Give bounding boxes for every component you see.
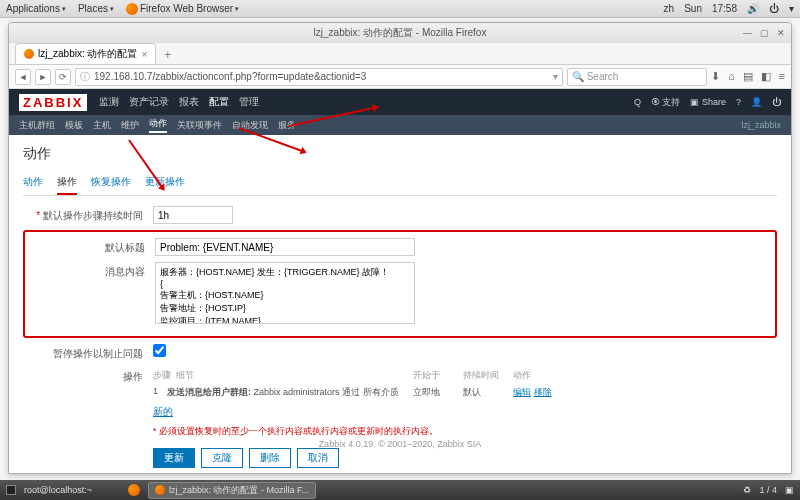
tab-close-icon[interactable]: × — [141, 49, 147, 60]
library-icon[interactable]: ▤ — [743, 70, 753, 83]
update-button[interactable]: 更新 — [153, 448, 195, 468]
browser-tab[interactable]: lzj_zabbix: 动作的配置 × — [15, 43, 156, 64]
sub-correlation[interactable]: 关联项事件 — [177, 119, 222, 132]
zabbix-header: ZABBIX 监测 资产记录 报表 配置 管理 Q ⦿ 支持 ▣ Share ?… — [9, 89, 791, 115]
site-info-icon[interactable]: ⓘ — [80, 70, 90, 84]
menu-monitoring[interactable]: 监测 — [99, 95, 119, 109]
op-duration: 默认 — [463, 386, 513, 399]
tab-favicon — [24, 49, 34, 59]
op-text-b: Zabbix administrators 通过 所有介质 — [254, 387, 399, 397]
url-bar[interactable]: ⓘ 192.168.10.7/zabbix/actionconf.php?for… — [75, 68, 563, 86]
step-duration-label: 默认操作步骤持续时间 — [23, 206, 153, 223]
sub-discovery[interactable]: 自动发现 — [232, 119, 268, 132]
cancel-button[interactable]: 取消 — [297, 448, 339, 468]
clock-day: Sun — [684, 3, 702, 14]
operations-table: 步骤 细节 开始于 持续时间 动作 1 发送消息给用户群组: Zabbix ad… — [153, 367, 777, 401]
terminal-icon[interactable] — [6, 485, 16, 495]
op-num: 1 — [153, 386, 167, 399]
lang-indicator[interactable]: zh — [664, 3, 675, 14]
url-dropdown-icon[interactable]: ▾ — [553, 71, 558, 82]
new-tab-button[interactable]: + — [160, 46, 175, 64]
highlighted-region: 默认标题 消息内容 服务器：{HOST.NAME} 发生：{TRIGGER.NA… — [23, 230, 777, 338]
sidebar-icon[interactable]: ◧ — [761, 70, 771, 83]
desktop-top-bar: Applications ▾ Places ▾ Firefox Web Brow… — [0, 0, 800, 18]
search-icon: 🔍 — [572, 71, 584, 82]
logout-icon[interactable]: ⏻ — [772, 97, 781, 107]
reload-button[interactable]: ⟳ — [55, 69, 71, 85]
col-detail: 细节 — [176, 370, 194, 380]
browser-toolbar: ◄ ► ⟳ ⓘ 192.168.10.7/zabbix/actionconf.p… — [9, 65, 791, 89]
col-step: 步骤 — [153, 370, 171, 380]
back-button[interactable]: ◄ — [15, 69, 31, 85]
user-menu-icon[interactable]: ▾ — [789, 3, 794, 14]
col-duration: 持续时间 — [463, 369, 513, 382]
tab-recovery[interactable]: 恢复操作 — [91, 171, 131, 195]
pause-checkbox[interactable] — [153, 344, 166, 357]
home-icon[interactable]: ⌂ — [728, 70, 735, 83]
sub-breadcrumb: lzj_zabbix — [741, 120, 781, 130]
operation-row: 1 发送消息给用户群组: Zabbix administrators 通过 所有… — [153, 384, 777, 401]
search-icon[interactable]: Q — [634, 97, 641, 107]
clock-time: 17:58 — [712, 3, 737, 14]
sub-maintenance[interactable]: 维护 — [121, 119, 139, 132]
tab-operations[interactable]: 操作 — [57, 171, 77, 195]
terminal-task[interactable]: root@localhost:~ — [24, 485, 92, 495]
col-start: 开始于 — [413, 369, 463, 382]
op-text-a: 发送消息给用户群组: — [167, 387, 251, 397]
sub-actions[interactable]: 动作 — [149, 117, 167, 133]
applications-menu[interactable]: Applications ▾ — [6, 3, 66, 14]
subject-input[interactable] — [155, 238, 415, 256]
sub-hostgroups[interactable]: 主机群组 — [19, 119, 55, 132]
places-menu[interactable]: Places ▾ — [78, 3, 114, 14]
tab-action[interactable]: 动作 — [23, 171, 43, 195]
op-remove-link[interactable]: 移除 — [534, 387, 552, 397]
task-label: lzj_zabbix: 动作的配置 - Mozilla F... — [169, 484, 309, 497]
delete-button[interactable]: 删除 — [249, 448, 291, 468]
share-link[interactable]: ▣ Share — [690, 97, 726, 107]
clone-button[interactable]: 克隆 — [201, 448, 243, 468]
form-buttons: 更新 克隆 删除 取消 — [153, 448, 777, 468]
maximize-button[interactable]: ▢ — [760, 28, 769, 38]
zabbix-main-menu: 监测 资产记录 报表 配置 管理 — [99, 95, 259, 109]
search-box[interactable]: 🔍 Search — [567, 68, 707, 86]
pause-label: 暂停操作以制止问题 — [23, 344, 153, 361]
support-link[interactable]: ⦿ 支持 — [651, 96, 681, 109]
help-icon[interactable]: ? — [736, 97, 741, 107]
minimize-button[interactable]: — — [743, 28, 752, 38]
firefox-task-icon[interactable] — [128, 484, 140, 496]
search-placeholder: Search — [587, 71, 619, 82]
op-edit-link[interactable]: 编辑 — [513, 387, 531, 397]
browser-menu[interactable]: Firefox Web Browser ▾ — [126, 3, 239, 15]
volume-icon[interactable]: 🔊 — [747, 3, 759, 14]
col-action: 动作 — [513, 369, 531, 382]
close-button[interactable]: ✕ — [777, 28, 785, 38]
subject-label: 默认标题 — [25, 238, 155, 255]
page-footer: Zabbix 4.0.19. © 2001–2020, Zabbix SIA — [9, 439, 791, 449]
menu-inventory[interactable]: 资产记录 — [129, 95, 169, 109]
menu-administration[interactable]: 管理 — [239, 95, 259, 109]
window-title: lzj_zabbix: 动作的配置 - Mozilla Firefox — [314, 26, 487, 40]
forward-button[interactable]: ► — [35, 69, 51, 85]
workspace-indicator[interactable]: 1 / 4 — [759, 485, 777, 495]
message-label: 消息内容 — [25, 262, 155, 279]
firefox-window: lzj_zabbix: 动作的配置 - Mozilla Firefox — ▢ … — [8, 22, 792, 474]
sub-hosts[interactable]: 主机 — [93, 119, 111, 132]
power-icon[interactable]: ⏻ — [769, 3, 779, 14]
browser-tabbar: lzj_zabbix: 动作的配置 × + — [9, 43, 791, 65]
form-tabs: 动作 操作 恢复操作 更新操作 — [23, 171, 777, 196]
zabbix-logo[interactable]: ZABBIX — [19, 94, 87, 111]
tray-icon[interactable]: ♻ — [743, 485, 751, 495]
taskbar-task[interactable]: lzj_zabbix: 动作的配置 - Mozilla F... — [148, 482, 316, 499]
step-duration-input[interactable] — [153, 206, 233, 224]
page-content: ZABBIX 监测 资产记录 报表 配置 管理 Q ⦿ 支持 ▣ Share ?… — [9, 89, 791, 473]
show-desktop-icon[interactable]: ▣ — [785, 485, 794, 495]
new-operation-link[interactable]: 新的 — [153, 406, 173, 417]
message-textarea[interactable]: 服务器：{HOST.NAME} 发生：{TRIGGER.NAME} 故障！ { … — [155, 262, 415, 324]
sub-templates[interactable]: 模板 — [65, 119, 83, 132]
menu-configuration[interactable]: 配置 — [209, 95, 229, 109]
zabbix-submenu: 主机群组 模板 主机 维护 动作 关联项事件 自动发现 服务 lzj_zabbi… — [9, 115, 791, 135]
download-icon[interactable]: ⬇ — [711, 70, 720, 83]
menu-icon[interactable]: ≡ — [779, 70, 785, 83]
menu-reports[interactable]: 报表 — [179, 95, 199, 109]
user-icon[interactable]: 👤 — [751, 97, 762, 107]
